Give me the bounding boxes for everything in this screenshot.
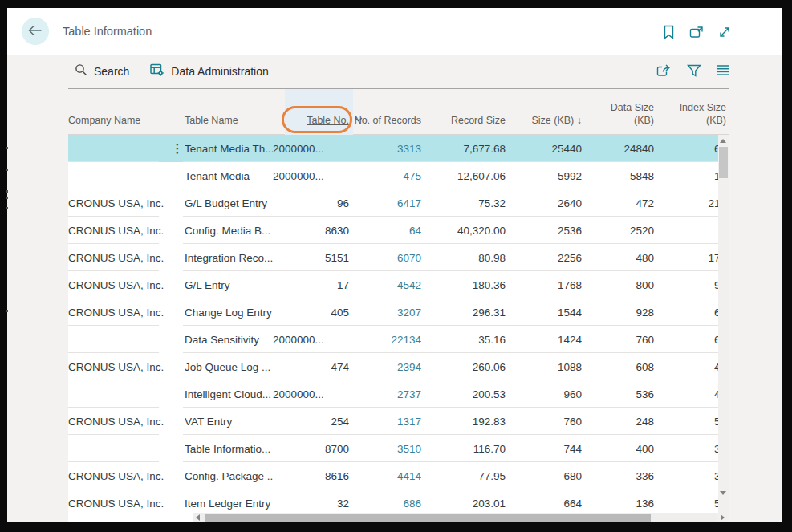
bookmark-icon[interactable] bbox=[663, 25, 675, 39]
table-row[interactable]: CRONUS USA, Inc.G/L Entry174542180.36176… bbox=[68, 271, 729, 298]
screen-edge-artifact bbox=[6, 310, 8, 312]
table-name-cell: Table Informatio... bbox=[185, 443, 273, 455]
no-of-records-link[interactable]: 3313 bbox=[349, 143, 421, 155]
index-size-kb-cell: 51 bbox=[654, 416, 726, 428]
record-size-cell: 40,320.00 bbox=[421, 225, 506, 237]
no-of-records-link[interactable]: 6417 bbox=[349, 197, 421, 209]
table-row[interactable]: CRONUS USA, Inc.Job Queue Log ...4742394… bbox=[68, 353, 729, 380]
size-kb-cell: 680 bbox=[506, 470, 582, 482]
no-of-records-link[interactable]: 475 bbox=[349, 170, 421, 182]
page-title: Table Information bbox=[63, 25, 152, 38]
options-list-icon[interactable] bbox=[717, 64, 729, 76]
table-row[interactable]: Intelligent Cloud...2000000...2737200.53… bbox=[68, 380, 729, 408]
no-of-records-link[interactable]: 4414 bbox=[349, 470, 421, 482]
table-row[interactable]: CRONUS USA, Inc.Config. Media B...863064… bbox=[68, 217, 729, 244]
record-size-cell: 77.95 bbox=[421, 470, 506, 482]
table-no-cell: 8700 bbox=[273, 443, 349, 455]
scroll-up-arrow[interactable] bbox=[720, 139, 726, 143]
no-of-records-link[interactable]: 3510 bbox=[349, 443, 421, 455]
no-of-records-link[interactable]: 6070 bbox=[349, 252, 421, 264]
title-bar: Table Information bbox=[7, 8, 782, 55]
column-header-record-size[interactable]: Record Size bbox=[421, 114, 506, 134]
vertical-scrollbar[interactable] bbox=[718, 135, 729, 514]
no-of-records-link[interactable]: 22134 bbox=[349, 334, 421, 346]
column-header-table-name[interactable]: Table Name bbox=[185, 114, 273, 134]
column-header-data-size-kb[interactable]: Data Size(KB) bbox=[582, 101, 654, 135]
no-of-records-link[interactable]: 64 bbox=[349, 225, 421, 237]
record-size-cell: 80.98 bbox=[421, 252, 506, 264]
data-size-kb-cell: 472 bbox=[582, 197, 654, 209]
table-no-cell: 17 bbox=[273, 279, 349, 291]
data-size-kb-cell: 928 bbox=[582, 307, 654, 319]
table-no-cell: 8630 bbox=[273, 225, 349, 237]
data-size-kb-cell: 248 bbox=[582, 416, 654, 428]
back-button[interactable] bbox=[22, 18, 49, 45]
no-of-records-link[interactable]: 4542 bbox=[349, 279, 421, 291]
scroll-down-arrow[interactable] bbox=[720, 491, 726, 495]
table-information-grid: Company Name Table Name Table No. No. of… bbox=[68, 88, 729, 514]
row-context-menu-icon[interactable]: ⋮ bbox=[170, 144, 185, 152]
grid-rows: ⋮Tenant Media Th...2000000...33137,677.6… bbox=[68, 135, 729, 514]
screen-edge-artifact bbox=[6, 207, 8, 209]
table-name-cell: Item Ledger Entry bbox=[185, 497, 273, 510]
table-row[interactable]: CRONUS USA, Inc.G/L Budget Entry96641775… bbox=[68, 189, 729, 217]
no-of-records-link[interactable]: 2737 bbox=[349, 388, 421, 400]
index-size-kb-cell: 177 bbox=[654, 252, 726, 264]
table-row[interactable]: Data Sensitivity2000000...2213435.161424… bbox=[68, 326, 729, 353]
table-row[interactable]: ⋮Tenant Media Th...2000000...33137,677.6… bbox=[68, 135, 729, 162]
company-name-cell: CRONUS USA, Inc. bbox=[68, 416, 170, 428]
table-row[interactable]: CRONUS USA, Inc.VAT Entry2541317192.8376… bbox=[68, 408, 729, 435]
index-size-kb-cell: 66 bbox=[654, 334, 726, 346]
data-size-kb-cell: 760 bbox=[582, 334, 654, 346]
column-header-company-name[interactable]: Company Name bbox=[68, 114, 185, 134]
record-size-cell: 296.31 bbox=[421, 307, 506, 319]
open-in-new-window-icon[interactable] bbox=[689, 26, 704, 39]
size-kb-cell: 760 bbox=[506, 416, 582, 428]
data-administration-button[interactable]: Data Administration bbox=[150, 63, 268, 79]
no-of-records-link[interactable]: 2394 bbox=[349, 361, 421, 373]
record-size-cell: 12,607.06 bbox=[421, 170, 506, 182]
table-row[interactable]: Tenant Media2000000...47512,607.06599258… bbox=[68, 162, 729, 189]
share-icon[interactable] bbox=[656, 63, 672, 77]
column-header-index-size-kb[interactable]: Index Size(KB) bbox=[654, 101, 726, 135]
data-size-kb-cell: 24840 bbox=[582, 143, 654, 155]
company-name-cell: CRONUS USA, Inc. bbox=[68, 225, 170, 237]
frozen-column-footer bbox=[68, 514, 193, 522]
no-of-records-link[interactable]: 686 bbox=[349, 497, 421, 510]
table-row[interactable]: CRONUS USA, Inc.Integration Reco...51516… bbox=[68, 244, 729, 271]
data-size-kb-cell: 608 bbox=[582, 361, 654, 373]
table-no-cell: 8616 bbox=[273, 470, 349, 482]
grid-header-row: Company Name Table Name Table No. No. of… bbox=[68, 89, 729, 135]
index-size-kb-cell: 34 bbox=[654, 470, 726, 482]
search-button[interactable]: Search bbox=[75, 63, 129, 79]
size-kb-cell: 2640 bbox=[506, 197, 582, 209]
annotation-highlight-oval bbox=[282, 106, 352, 133]
table-row[interactable]: CRONUS USA, Inc.Change Log Entry40532072… bbox=[68, 298, 729, 326]
scrollbar-corner bbox=[717, 513, 729, 522]
table-name-cell: Config. Media B... bbox=[185, 225, 273, 237]
index-size-kb-cell: 48 bbox=[654, 361, 726, 373]
table-row[interactable]: CRONUS USA, Inc.Item Ledger Entry3268620… bbox=[68, 489, 729, 514]
table-name-cell: Tenant Media Th... bbox=[185, 143, 273, 155]
table-row[interactable]: CRONUS USA, Inc.Config. Package ...86164… bbox=[68, 462, 729, 489]
horizontal-scrollbar-thumb[interactable] bbox=[205, 514, 651, 522]
scroll-left-arrow[interactable] bbox=[196, 514, 200, 521]
back-arrow-icon bbox=[28, 25, 43, 39]
filter-icon[interactable] bbox=[687, 64, 701, 77]
table-no-cell: 474 bbox=[273, 361, 349, 373]
column-header-size-kb[interactable]: Size (KB) ↓ bbox=[506, 114, 582, 134]
no-of-records-link[interactable]: 3207 bbox=[349, 307, 421, 319]
index-size-kb-cell: 60 bbox=[654, 143, 726, 155]
record-size-cell: 192.83 bbox=[421, 416, 506, 428]
company-name-cell: CRONUS USA, Inc. bbox=[68, 497, 170, 510]
expand-icon[interactable] bbox=[718, 26, 731, 39]
chevron-down-icon[interactable] bbox=[355, 113, 363, 124]
record-size-cell: 180.36 bbox=[421, 279, 506, 291]
vertical-scrollbar-thumb[interactable] bbox=[719, 147, 728, 178]
table-no-cell: 96 bbox=[273, 197, 349, 209]
no-of-records-link[interactable]: 1317 bbox=[349, 416, 421, 428]
table-row[interactable]: Table Informatio...87003510116.707444003… bbox=[68, 435, 729, 462]
horizontal-scrollbar[interactable] bbox=[193, 513, 717, 522]
scroll-right-arrow[interactable] bbox=[721, 514, 725, 521]
record-size-cell: 75.32 bbox=[421, 197, 506, 209]
